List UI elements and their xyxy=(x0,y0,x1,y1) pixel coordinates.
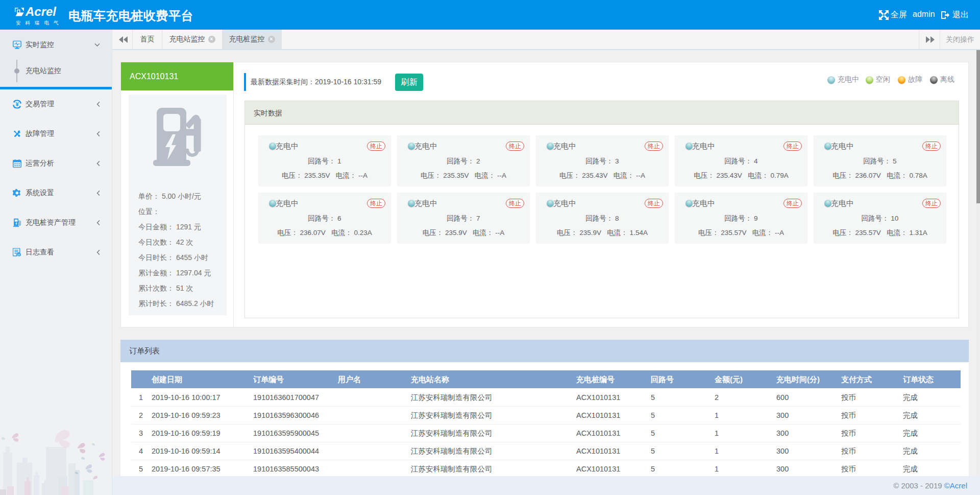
svg-text:¥: ¥ xyxy=(15,101,19,107)
